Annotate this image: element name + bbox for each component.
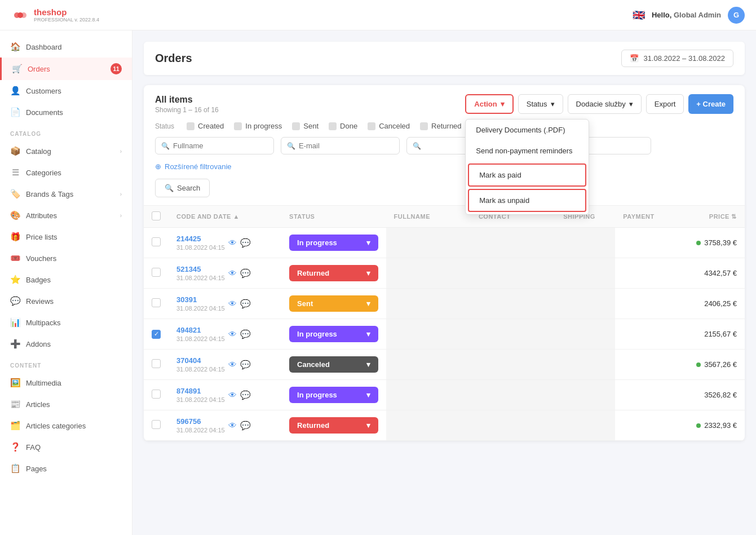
row-price: 3758,39 € xyxy=(674,228,745,258)
status-badge[interactable]: Returned ▾ xyxy=(289,417,378,434)
sidebar-item-catalog[interactable]: 📦 Catalog › xyxy=(0,140,132,162)
edit-icon[interactable]: 💬 xyxy=(240,299,251,309)
sidebar-item-label: Catalog xyxy=(26,147,51,156)
search-button[interactable]: 🔍 Search xyxy=(155,179,210,197)
view-icon[interactable]: 👁 xyxy=(228,268,237,278)
status-sent: Sent xyxy=(292,122,319,130)
orders-icon: 🛒 xyxy=(12,64,22,74)
row-checkbox[interactable] xyxy=(152,298,161,307)
edit-icon[interactable]: 💬 xyxy=(240,238,251,248)
sidebar-item-documents[interactable]: 📄 Documents xyxy=(0,101,132,123)
edit-icon[interactable]: 💬 xyxy=(240,360,251,370)
sidebar-item-articles[interactable]: 📰 Articles xyxy=(0,393,132,415)
row-checkbox[interactable] xyxy=(152,237,161,246)
fullname-input[interactable] xyxy=(173,142,268,150)
status-badge[interactable]: In progress ▾ xyxy=(289,235,378,251)
row-checkbox-cell xyxy=(144,350,169,380)
sidebar-item-customers[interactable]: 👤 Customers xyxy=(0,80,132,101)
row-code-date: 494821 31.08.2022 04:15 👁 💬 xyxy=(169,319,281,350)
sidebar-item-articles-categories[interactable]: 🗂️ Articles categories xyxy=(0,415,132,436)
user-avatar[interactable]: G xyxy=(728,7,745,24)
sidebar-item-multipacks[interactable]: 📊 Multipacks xyxy=(0,312,132,333)
sidebar-item-attributes[interactable]: 🎨 Attributes › xyxy=(0,205,132,226)
view-icon[interactable]: 👁 xyxy=(228,238,237,247)
order-code[interactable]: 370404 xyxy=(176,356,225,365)
sidebar-item-label: Attributes xyxy=(26,211,57,220)
top-bar: theshop PROFESSIONAL v. 2022.8.4 🇬🇧 Hell… xyxy=(0,0,756,30)
sidebar-item-addons[interactable]: ➕ Addons xyxy=(0,333,132,355)
logo-sub: PROFESSIONAL v. 2022.8.4 xyxy=(34,17,99,23)
sidebar-item-multimedia[interactable]: 🖼️ Multimedia xyxy=(0,372,132,393)
dropdown-item-send-reminders[interactable]: Send non-payment reminders xyxy=(466,140,589,161)
price-dot xyxy=(696,423,701,428)
row-checkbox[interactable] xyxy=(152,330,161,339)
order-code[interactable]: 30391 xyxy=(176,295,225,304)
status-badge[interactable]: In progress ▾ xyxy=(289,387,378,403)
logo-area: theshop PROFESSIONAL v. 2022.8.4 xyxy=(11,6,99,24)
status-badge[interactable]: In progress ▾ xyxy=(289,326,378,342)
advanced-filter-toggle[interactable]: ⊕ Rozšírené filtrovanie xyxy=(155,160,733,173)
order-code[interactable]: 874891 xyxy=(176,387,225,395)
order-code[interactable]: 214425 xyxy=(176,235,225,243)
chevron-down-icon: ▾ xyxy=(366,330,370,338)
status-badge[interactable]: Returned ▾ xyxy=(289,265,378,281)
row-contact xyxy=(471,350,555,380)
dropdown-item-mark-paid[interactable]: Mark as paid xyxy=(468,163,586,187)
row-code-date: 596756 31.08.2022 04:15 👁 💬 xyxy=(169,410,281,441)
status-inprogress: In progress xyxy=(234,122,282,130)
sidebar-item-vouchers[interactable]: 🎟️ Vouchers xyxy=(0,247,132,269)
sidebar-item-orders[interactable]: 🛒 Orders 11 xyxy=(0,58,132,80)
view-icon[interactable]: 👁 xyxy=(228,390,237,400)
status-badge[interactable]: Sent ▾ xyxy=(289,295,378,312)
create-button[interactable]: + Create xyxy=(688,94,733,114)
edit-icon[interactable]: 💬 xyxy=(240,329,251,339)
sidebar-item-categories[interactable]: ☰ Categories xyxy=(0,162,132,183)
th-payment: PAYMENT xyxy=(615,206,674,228)
row-checkbox-cell xyxy=(144,289,169,319)
edit-icon[interactable]: 💬 xyxy=(240,421,251,431)
advanced-filter-label: Rozšírené filtrovanie xyxy=(165,162,232,171)
action-button[interactable]: Action ▾ xyxy=(465,94,513,114)
status-button[interactable]: Status ▾ xyxy=(518,94,563,114)
sidebar-item-faq[interactable]: ❓ FAQ xyxy=(0,436,132,458)
status-canceled: Canceled xyxy=(368,122,410,130)
dodacie-button[interactable]: Dodacie služby ▾ xyxy=(568,94,642,114)
view-icon[interactable]: 👁 xyxy=(228,329,237,339)
dropdown-item-delivery-docs[interactable]: Delivery Documents (.PDF) xyxy=(466,120,589,140)
sidebar-item-price-lists[interactable]: 🎁 Price lists xyxy=(0,226,132,247)
sidebar-item-badges[interactable]: ⭐ Badges xyxy=(0,269,132,290)
status-badge[interactable]: Canceled ▾ xyxy=(289,356,378,373)
row-checkbox[interactable] xyxy=(152,359,161,368)
dropdown-item-mark-unpaid[interactable]: Mark as unpaid xyxy=(468,189,586,212)
row-price: 4342,57 € xyxy=(674,258,745,289)
order-code[interactable]: 494821 xyxy=(176,326,225,334)
row-checkbox[interactable] xyxy=(152,420,161,429)
view-icon[interactable]: 👁 xyxy=(228,421,237,430)
select-all-checkbox[interactable] xyxy=(152,211,161,220)
table-row: 874891 31.08.2022 04:15 👁 💬 In progress … xyxy=(144,380,745,410)
row-checkbox[interactable] xyxy=(152,390,161,399)
row-fullname xyxy=(386,228,471,258)
sidebar-item-dashboard[interactable]: 🏠 Dashboard xyxy=(0,36,132,58)
export-label: Export xyxy=(655,100,676,108)
date-range-button[interactable]: 📅 31.08.2022 – 31.08.2022 xyxy=(621,50,733,67)
edit-icon[interactable]: 💬 xyxy=(240,390,251,400)
logo-text: theshop PROFESSIONAL v. 2022.8.4 xyxy=(34,7,99,23)
order-date: 31.08.2022 04:15 xyxy=(176,305,225,312)
edit-icon[interactable]: 💬 xyxy=(240,268,251,278)
plus-icon: ⊕ xyxy=(155,162,161,171)
row-checkbox[interactable] xyxy=(152,268,161,277)
row-fullname xyxy=(386,350,471,380)
order-code[interactable]: 596756 xyxy=(176,417,225,426)
flag-icon[interactable]: 🇬🇧 xyxy=(633,9,645,21)
sidebar-item-reviews[interactable]: 💬 Reviews xyxy=(0,290,132,312)
view-icon[interactable]: 👁 xyxy=(228,360,237,369)
sidebar-item-pages[interactable]: 📋 Pages xyxy=(0,458,132,479)
export-button[interactable]: Export xyxy=(646,94,684,114)
customers-icon: 👤 xyxy=(10,86,20,96)
order-code[interactable]: 521345 xyxy=(176,265,225,273)
sidebar-item-brands-tags[interactable]: 🏷️ Brands & Tags › xyxy=(0,183,132,205)
email-input[interactable] xyxy=(299,142,394,150)
view-icon[interactable]: 👁 xyxy=(228,299,237,308)
row-status: Returned ▾ xyxy=(281,258,386,289)
